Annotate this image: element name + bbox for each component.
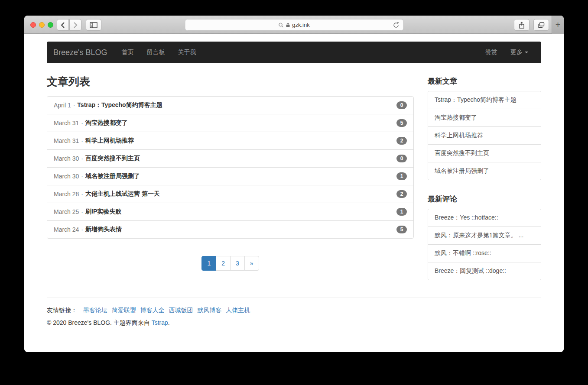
article-title: Tstrap：Typecho简约博客主题 xyxy=(77,101,162,109)
pagination-page-3[interactable]: 3 xyxy=(230,256,245,271)
plus-icon: + xyxy=(556,20,561,30)
comment-count-badge: 1 xyxy=(396,172,407,180)
article-list-section: 文章列表 April 1 · Tstrap：Typecho简约博客主题 0 Ma… xyxy=(47,75,414,280)
article-title: 大佬主机上线试运营 第一天 xyxy=(85,190,160,198)
copyright: © 2020 Breeze's BLOG. 主题界面来自 Tstrap. xyxy=(47,319,541,327)
article-date: March 30 xyxy=(54,173,79,180)
friend-link[interactable]: 墨客论坛 xyxy=(83,307,107,314)
friend-link[interactable]: 博客大全 xyxy=(140,307,165,314)
footer-divider xyxy=(47,298,541,298)
search-icon xyxy=(278,23,283,28)
share-button[interactable] xyxy=(514,19,530,31)
browser-toolbar: gzk.ink + xyxy=(24,16,564,34)
comment-count-badge: 0 xyxy=(396,155,407,162)
friend-links: 友情链接： 墨客论坛 简爱联盟 博客大全 西城饭团 默风博客 大佬主机 xyxy=(47,307,541,314)
latest-comment-item[interactable]: Breeze：Yes ::hotface:: xyxy=(428,209,541,227)
latest-post-item[interactable]: 百度突然搜不到主页 xyxy=(428,145,541,162)
friend-link[interactable]: 简爱联盟 xyxy=(112,307,136,314)
article-row[interactable]: March 31 · 淘宝热搜都变了 5 xyxy=(47,114,413,132)
latest-comments-title: 最新评论 xyxy=(428,193,541,205)
nav-item-home[interactable]: 首页 xyxy=(115,49,140,56)
friend-link[interactable]: 默风博客 xyxy=(197,307,221,314)
article-separator: · xyxy=(81,208,83,215)
latest-post-item[interactable]: Tstrap：Typecho简约博客主题 xyxy=(428,91,541,109)
tab-overview-button[interactable] xyxy=(533,19,549,31)
friend-link[interactable]: 西城饭团 xyxy=(169,307,193,314)
pagination-page-2[interactable]: 2 xyxy=(216,256,231,271)
tabs-icon xyxy=(538,22,545,28)
latest-post-item[interactable]: 淘宝热搜都变了 xyxy=(428,109,541,127)
article-date: March 25 xyxy=(54,208,79,215)
comment-count-badge: 1 xyxy=(396,208,407,216)
page-title: 文章列表 xyxy=(47,75,414,87)
chevron-right-icon xyxy=(73,22,78,28)
comment-count-badge: 2 xyxy=(396,137,407,145)
sidebar-toggle-button[interactable] xyxy=(86,19,101,31)
article-list: April 1 · Tstrap：Typecho简约博客主题 0 March 3… xyxy=(47,96,414,239)
browser-window: gzk.ink + Breeze's BLO xyxy=(24,16,564,352)
minimize-window-button[interactable] xyxy=(39,22,45,28)
back-button[interactable] xyxy=(57,19,69,31)
zoom-window-button[interactable] xyxy=(48,22,53,28)
article-date: March 31 xyxy=(54,137,79,144)
latest-comment-item[interactable]: Breeze：回复测试 ::doge:: xyxy=(428,262,541,280)
comment-count-badge: 2 xyxy=(396,190,407,198)
latest-post-item[interactable]: 域名被注册局强删了 xyxy=(428,162,541,180)
nav-item-more-label: 更多 xyxy=(510,49,523,55)
article-row[interactable]: March 28 · 大佬主机上线试运营 第一天 2 xyxy=(47,185,413,203)
latest-comment-item[interactable]: 默风：原来这才是第1篇文章。 ... xyxy=(428,227,541,245)
article-row[interactable]: March 24 · 新增狗头表情 5 xyxy=(47,221,413,238)
latest-comment-item[interactable]: 默风：不错啊 ::rose:: xyxy=(428,245,541,262)
article-separator: · xyxy=(81,191,83,197)
forward-button[interactable] xyxy=(69,19,81,31)
article-title: 新增狗头表情 xyxy=(85,226,122,233)
nav-item-donate[interactable]: 赞赏 xyxy=(479,49,504,56)
article-date: March 30 xyxy=(54,155,79,162)
page-content: Breeze's BLOG 首页 留言板 关于我 赞赏 更多 文章列表 xyxy=(24,34,564,352)
article-separator: · xyxy=(73,102,75,109)
address-bar[interactable]: gzk.ink xyxy=(185,19,403,31)
pagination: 1 2 3 » xyxy=(47,256,414,271)
sidebar: 最新文章 Tstrap：Typecho简约博客主题 淘宝热搜都变了 科学上网机场… xyxy=(428,75,541,280)
comment-count-badge: 0 xyxy=(396,101,407,109)
latest-post-item[interactable]: 科学上网机场推荐 xyxy=(428,127,541,145)
nav-item-about[interactable]: 关于我 xyxy=(172,49,203,56)
site-brand[interactable]: Breeze's BLOG xyxy=(53,48,107,57)
article-title: 刷IP实验失败 xyxy=(85,208,121,216)
article-title: 科学上网机场推荐 xyxy=(85,137,134,145)
site-navbar: Breeze's BLOG 首页 留言板 关于我 赞赏 更多 xyxy=(47,42,541,63)
article-row[interactable]: March 31 · 科学上网机场推荐 2 xyxy=(47,132,413,150)
latest-posts-list: Tstrap：Typecho简约博客主题 淘宝热搜都变了 科学上网机场推荐 百度… xyxy=(428,91,541,180)
article-separator: · xyxy=(81,155,83,162)
comment-count-badge: 5 xyxy=(396,226,407,233)
share-icon xyxy=(519,22,525,29)
pagination-next[interactable]: » xyxy=(244,256,259,271)
article-row[interactable]: March 30 · 域名被注册局强删了 1 xyxy=(47,168,413,185)
article-separator: · xyxy=(81,173,83,180)
article-title: 淘宝热搜都变了 xyxy=(85,119,128,127)
caret-down-icon xyxy=(525,52,528,53)
article-row[interactable]: March 30 · 百度突然搜不到主页 0 xyxy=(47,150,413,168)
pagination-page-1[interactable]: 1 xyxy=(201,256,216,271)
sidebar-icon xyxy=(90,22,97,28)
comment-count-badge: 5 xyxy=(396,119,407,127)
article-row[interactable]: March 25 · 刷IP实验失败 1 xyxy=(47,203,413,221)
nav-item-guestbook[interactable]: 留言板 xyxy=(140,49,172,56)
copyright-text: © 2020 Breeze's BLOG. 主题界面来自 xyxy=(47,319,150,326)
article-separator: · xyxy=(81,120,83,126)
copyright-suffix: . xyxy=(168,319,170,326)
friend-link[interactable]: 大佬主机 xyxy=(226,307,250,314)
article-title: 域名被注册局强删了 xyxy=(85,172,140,180)
article-date: April 1 xyxy=(54,102,71,109)
article-title: 百度突然搜不到主页 xyxy=(85,155,140,162)
latest-posts-title: 最新文章 xyxy=(428,75,541,87)
article-separator: · xyxy=(81,137,83,144)
url-text: gzk.ink xyxy=(292,22,309,28)
nav-item-more[interactable]: 更多 xyxy=(504,49,535,56)
latest-comments-list: Breeze：Yes ::hotface:: 默风：原来这才是第1篇文章。 ..… xyxy=(428,209,541,280)
refresh-icon[interactable] xyxy=(393,22,399,29)
new-tab-button[interactable]: + xyxy=(552,16,564,34)
close-window-button[interactable] xyxy=(30,22,36,28)
article-row[interactable]: April 1 · Tstrap：Typecho简约博客主题 0 xyxy=(47,97,413,114)
theme-link[interactable]: Tstrap xyxy=(152,319,168,326)
